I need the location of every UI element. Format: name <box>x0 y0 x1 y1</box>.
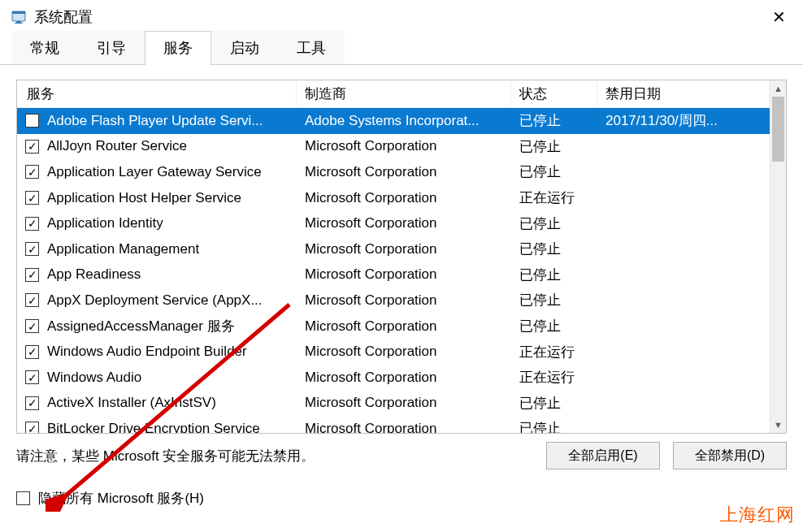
status: 已停止 <box>511 314 597 340</box>
enable-all-button[interactable]: 全部启用(E) <box>546 442 660 469</box>
col-status[interactable]: 状态 <box>511 81 597 106</box>
table-row[interactable]: Application Layer Gateway ServiceMicroso… <box>17 159 770 185</box>
table-row[interactable]: Application IdentityMicrosoft Corporatio… <box>17 210 770 236</box>
table-row[interactable]: App ReadinessMicrosoft Corporation已停止 <box>17 262 770 288</box>
status: 已停止 <box>511 416 597 433</box>
disabled-date <box>597 262 770 288</box>
services-list: 服务 制造商 状态 禁用日期 Adobe Flash Player Update… <box>16 80 787 434</box>
scrollbar-thumb[interactable] <box>772 97 784 162</box>
manufacturer: Microsoft Corporation <box>297 236 511 262</box>
hide-ms-label: 隐藏所有 Microsoft 服务(H) <box>38 489 204 508</box>
row-checkbox[interactable] <box>25 217 39 231</box>
disabled-date <box>597 416 770 433</box>
status: 正在运行 <box>511 339 597 365</box>
manufacturer: Microsoft Corporation <box>297 416 511 433</box>
service-name: BitLocker Drive Encryption Service <box>47 421 260 433</box>
manufacturer: Microsoft Corporation <box>297 159 511 185</box>
scroll-down-icon[interactable]: ▼ <box>770 417 786 433</box>
col-manufacturer[interactable]: 制造商 <box>297 81 511 106</box>
table-row[interactable]: Windows Audio Endpoint BuilderMicrosoft … <box>17 339 770 365</box>
disable-all-button[interactable]: 全部禁用(D) <box>673 442 787 469</box>
row-checkbox[interactable] <box>25 422 39 433</box>
service-name: Windows Audio Endpoint Builder <box>47 344 247 360</box>
tab-services[interactable]: 服务 <box>145 31 211 65</box>
row-checkbox[interactable] <box>25 345 39 359</box>
disabled-date <box>597 314 770 340</box>
tab-boot[interactable]: 引导 <box>78 31 145 64</box>
table-row[interactable]: Windows AudioMicrosoft Corporation正在运行 <box>17 365 770 391</box>
disabled-date <box>597 365 770 391</box>
service-name: Application Layer Gateway Service <box>47 164 262 180</box>
service-name: Adobe Flash Player Update Servi... <box>47 113 263 129</box>
row-checkbox[interactable] <box>25 114 39 128</box>
col-disabled-date[interactable]: 禁用日期 <box>597 81 770 106</box>
service-name: Application Management <box>47 241 199 257</box>
tabstrip: 常规 引导 服务 启动 工具 <box>0 34 803 65</box>
disabled-date <box>597 339 770 365</box>
table-row[interactable]: BitLocker Drive Encryption ServiceMicros… <box>17 416 770 433</box>
service-name: Application Identity <box>47 215 163 231</box>
msconfig-icon <box>11 9 28 25</box>
service-name: ActiveX Installer (AxInstSV) <box>47 395 216 411</box>
svg-rect-1 <box>12 11 25 14</box>
status: 已停止 <box>511 108 597 134</box>
manufacturer: Microsoft Corporation <box>297 185 511 211</box>
row-checkbox[interactable] <box>25 140 39 154</box>
manufacturer: Microsoft Corporation <box>297 314 511 340</box>
manufacturer: Microsoft Corporation <box>297 339 511 365</box>
row-checkbox[interactable] <box>25 293 39 307</box>
service-name: AppX Deployment Service (AppX... <box>47 292 263 309</box>
disabled-date <box>597 236 770 262</box>
service-name: Application Host Helper Service <box>47 190 241 206</box>
manufacturer: Microsoft Corporation <box>297 288 511 314</box>
table-row[interactable]: ActiveX Installer (AxInstSV)Microsoft Co… <box>17 391 770 417</box>
table-row[interactable]: Adobe Flash Player Update Servi...Adobe … <box>17 108 770 134</box>
table-row[interactable]: AllJoyn Router ServiceMicrosoft Corporat… <box>17 134 770 160</box>
row-checkbox[interactable] <box>25 396 39 410</box>
table-row[interactable]: AppX Deployment Service (AppX...Microsof… <box>17 288 770 314</box>
scrollbar-vertical[interactable]: ▲ ▼ <box>770 80 786 433</box>
status: 已停止 <box>511 262 597 288</box>
disabled-date <box>597 288 770 314</box>
list-header: 服务 制造商 状态 禁用日期 <box>17 80 770 108</box>
manufacturer: Adobe Systems Incorporat... <box>297 108 511 134</box>
disabled-date <box>597 185 770 211</box>
service-name: AssignedAccessManager 服务 <box>47 317 235 335</box>
table-row[interactable]: Application ManagementMicrosoft Corporat… <box>17 236 770 262</box>
service-name: Windows Audio <box>47 370 141 386</box>
status: 已停止 <box>511 134 597 160</box>
service-name: App Readiness <box>47 266 141 283</box>
status: 已停止 <box>511 391 597 417</box>
hide-ms-checkbox[interactable] <box>16 491 30 505</box>
window-title: 系统配置 <box>34 7 93 27</box>
row-checkbox[interactable] <box>25 370 39 384</box>
tab-general[interactable]: 常规 <box>11 31 78 64</box>
row-checkbox[interactable] <box>25 242 39 256</box>
disabled-date <box>597 159 770 185</box>
svg-rect-2 <box>16 21 21 23</box>
manufacturer: Microsoft Corporation <box>297 365 511 391</box>
disabled-date: 2017/11/30/周四... <box>597 108 770 134</box>
manufacturer: Microsoft Corporation <box>297 134 511 160</box>
tab-startup[interactable]: 启动 <box>211 31 278 64</box>
svg-rect-3 <box>15 23 23 24</box>
row-checkbox[interactable] <box>25 165 39 179</box>
security-note: 请注意，某些 Microsoft 安全服务可能无法禁用。 <box>16 447 533 465</box>
service-name: AllJoyn Router Service <box>47 138 187 154</box>
row-checkbox[interactable] <box>25 319 39 333</box>
status: 已停止 <box>511 288 597 314</box>
row-checkbox[interactable] <box>25 191 39 205</box>
manufacturer: Microsoft Corporation <box>297 391 511 417</box>
watermark: 上海红网 <box>720 503 795 527</box>
col-service[interactable]: 服务 <box>17 81 297 106</box>
disabled-date <box>597 210 770 236</box>
manufacturer: Microsoft Corporation <box>297 262 511 288</box>
scroll-up-icon[interactable]: ▲ <box>770 80 786 97</box>
close-button[interactable]: ✕ <box>766 4 792 30</box>
tab-tools[interactable]: 工具 <box>278 31 345 64</box>
table-row[interactable]: Application Host Helper ServiceMicrosoft… <box>17 185 770 211</box>
titlebar: 系统配置 ✕ <box>0 0 803 34</box>
table-row[interactable]: AssignedAccessManager 服务Microsoft Corpor… <box>17 314 770 340</box>
disabled-date <box>597 134 770 160</box>
row-checkbox[interactable] <box>25 268 39 282</box>
